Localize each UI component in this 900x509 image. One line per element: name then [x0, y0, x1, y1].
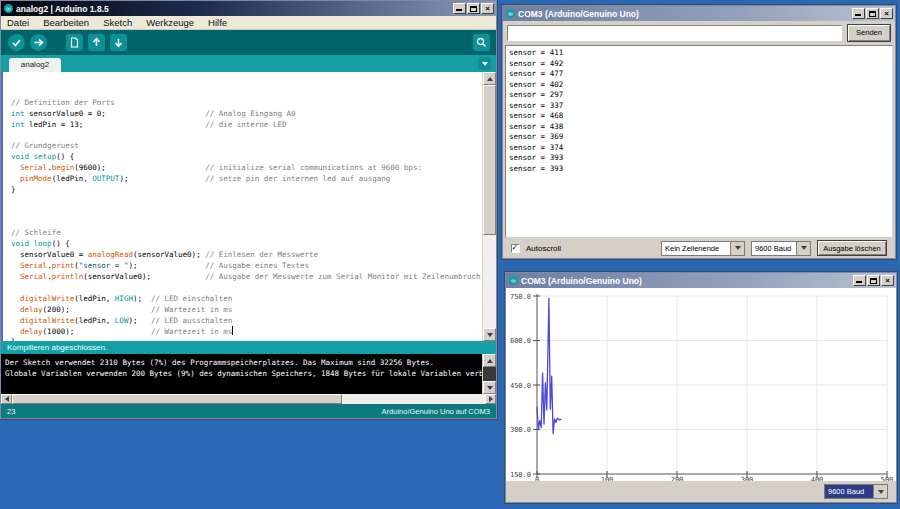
tab-menu-button[interactable]	[478, 57, 491, 70]
svg-text:750.0: 750.0	[510, 293, 531, 301]
new-sketch-button[interactable]	[66, 34, 83, 51]
minimize-button[interactable]	[853, 275, 866, 286]
editor-scroll-thumb[interactable]	[483, 85, 496, 235]
autoscroll-label: Autoscroll	[526, 244, 561, 253]
svg-text:0: 0	[535, 476, 539, 481]
svg-text:500: 500	[881, 476, 894, 481]
plotter-baud-select[interactable]: 9600 Baud	[824, 484, 888, 499]
console-scroll-up-icon[interactable]	[483, 354, 496, 367]
plotter-titlebar[interactable]: ∞ COM3 (Arduino/Genuino Uno) ×	[506, 273, 896, 288]
ide-status-message: Kompilieren abgeschlossen.	[1, 341, 496, 354]
check-icon: ✓	[512, 242, 517, 252]
serial-plotter-window: ∞ COM3 (Arduino/Genuino Uno) × 150.0300.…	[505, 272, 897, 503]
monitor-window-title: COM3 (Arduino/Genuino Uno)	[518, 9, 852, 19]
svg-text:450.0: 450.0	[510, 382, 531, 390]
monitor-bottom-bar: ✓ Autoscroll Kein Zeilenende 9600 Baud A…	[503, 238, 895, 258]
menu-sketch[interactable]: Sketch	[103, 17, 132, 28]
code-editor-text[interactable]: // Definition der Portsint sensorValue0 …	[1, 72, 482, 341]
arduino-logo-icon: ∞	[509, 276, 518, 285]
svg-text:200: 200	[671, 476, 684, 481]
save-sketch-button[interactable]	[110, 34, 127, 51]
serial-input-row: Senden	[503, 21, 895, 45]
ide-toolbar	[1, 30, 496, 55]
chevron-down-icon[interactable]	[873, 485, 887, 498]
close-button[interactable]: ×	[881, 275, 894, 286]
console-vertical-scrollbar[interactable]	[482, 354, 496, 394]
code-editor[interactable]: // Definition der Portsint sensorValue0 …	[1, 72, 496, 341]
console-output: Der Sketch verwendet 2310 Bytes (7%) des…	[1, 354, 482, 394]
close-button[interactable]: ×	[481, 3, 494, 14]
line-number-indicator: 23	[7, 407, 15, 416]
ide-statusbar: 23 Arduino/Genuino Uno auf COM3	[1, 404, 496, 418]
board-port-indicator: Arduino/Genuino Uno auf COM3	[382, 407, 490, 416]
line-ending-select[interactable]: Kein Zeilenende	[661, 241, 745, 256]
arduino-logo-icon: ∞	[4, 4, 13, 13]
plotter-baud-value: 9600 Baud	[825, 485, 873, 498]
arduino-ide-window: ∞ analog2 | Arduino 1.8.5 × Datei Bearbe…	[0, 0, 497, 419]
chevron-down-icon	[482, 62, 488, 66]
scroll-down-icon[interactable]	[483, 328, 496, 341]
ide-titlebar[interactable]: ∞ analog2 | Arduino 1.8.5 ×	[1, 1, 496, 16]
baud-rate-select[interactable]: 9600 Baud	[751, 241, 811, 256]
serial-monitor-window: ∞ COM3 (Arduino/Genuino Uno) × Senden se…	[502, 5, 896, 259]
maximize-button[interactable]	[467, 3, 480, 14]
minimize-button[interactable]	[852, 8, 865, 19]
send-button[interactable]: Senden	[847, 24, 891, 42]
maximize-button[interactable]	[867, 275, 880, 286]
serial-monitor-button[interactable]	[473, 34, 490, 51]
chevron-down-icon[interactable]	[730, 242, 744, 255]
menu-bearbeiten[interactable]: Bearbeiten	[43, 17, 89, 28]
autoscroll-checkbox[interactable]: ✓	[511, 244, 520, 253]
scroll-up-icon[interactable]	[483, 72, 496, 85]
open-sketch-button[interactable]	[88, 34, 105, 51]
scroll-left-icon[interactable]	[1, 394, 12, 404]
ide-console: Der Sketch verwendet 2310 Bytes (7%) des…	[1, 354, 496, 394]
svg-text:600.0: 600.0	[510, 337, 531, 345]
menu-hilfe[interactable]: Hilfe	[208, 17, 227, 28]
upload-button[interactable]	[30, 34, 47, 51]
sensor-line-chart: 150.0300.0450.0600.0750.0010020030040050…	[506, 288, 896, 481]
baud-rate-value: 9600 Baud	[752, 242, 796, 255]
console-horizontal-scrollbar[interactable]	[1, 394, 496, 404]
ide-window-title: analog2 | Arduino 1.8.5	[16, 4, 453, 14]
console-scroll-down-icon[interactable]	[483, 381, 496, 394]
arduino-logo-icon: ∞	[506, 9, 515, 18]
serial-send-input[interactable]	[507, 25, 842, 41]
close-button[interactable]: ×	[880, 8, 893, 19]
svg-text:400: 400	[811, 476, 824, 481]
clear-output-button[interactable]: Ausgabe löschen	[817, 240, 887, 256]
svg-text:300.0: 300.0	[510, 426, 531, 434]
svg-text:150.0: 150.0	[510, 471, 531, 479]
editor-vertical-scrollbar[interactable]	[482, 72, 496, 341]
minimize-button[interactable]	[453, 3, 466, 14]
tab-analog2[interactable]: analog2	[9, 58, 61, 72]
verify-button[interactable]	[8, 34, 25, 51]
svg-text:100: 100	[601, 476, 614, 481]
serial-output[interactable]: sensor = 411sensor = 492sensor = 477sens…	[505, 45, 893, 238]
plotter-window-title: COM3 (Arduino/Genuino Uno)	[521, 276, 853, 286]
svg-text:300: 300	[741, 476, 754, 481]
monitor-titlebar[interactable]: ∞ COM3 (Arduino/Genuino Uno) ×	[503, 6, 895, 21]
ide-tabbar: analog2	[1, 55, 496, 72]
hscroll-thumb[interactable]	[12, 394, 342, 404]
menu-werkzeuge[interactable]: Werkzeuge	[146, 17, 194, 28]
ide-menubar: Datei Bearbeiten Sketch Werkzeuge Hilfe	[1, 16, 496, 30]
chevron-down-icon[interactable]	[796, 242, 810, 255]
menu-datei[interactable]: Datei	[7, 17, 29, 28]
line-ending-value: Kein Zeilenende	[662, 242, 730, 255]
scroll-right-icon[interactable]	[485, 394, 496, 404]
maximize-button[interactable]	[866, 8, 879, 19]
plot-area: 150.0300.0450.0600.0750.0010020030040050…	[506, 288, 896, 481]
plotter-bottom-bar: 9600 Baud	[506, 481, 896, 502]
